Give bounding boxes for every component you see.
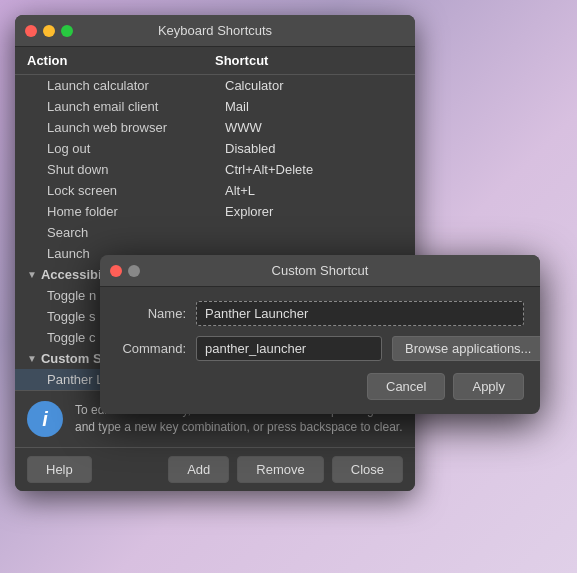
browse-applications-button[interactable]: Browse applications... [392,336,540,361]
main-window-title: Keyboard Shortcuts [158,23,272,38]
remove-button[interactable]: Remove [237,456,323,483]
triangle-icon: ▼ [27,353,37,364]
table-row[interactable]: Shut down Ctrl+Alt+Delete [15,159,415,180]
help-button[interactable]: Help [27,456,92,483]
table-row[interactable]: Search [15,222,415,243]
dialog-close-button[interactable] [110,265,122,277]
table-row[interactable]: Log out Disabled [15,138,415,159]
row-action: Search [27,225,225,240]
row-shortcut: Disabled [225,141,403,156]
row-shortcut: WWW [225,120,403,135]
shortcut-column-header: Shortcut [215,53,403,68]
dialog-window-controls [110,265,140,277]
command-input[interactable] [196,336,382,361]
dialog-buttons: Cancel Apply [116,373,524,400]
row-action: Lock screen [27,183,225,198]
row-action: Launch email client [27,99,225,114]
row-action: Log out [27,141,225,156]
dialog-body: Name: Command: Browse applications... Ca… [100,287,540,414]
dialog-title: Custom Shortcut [272,263,369,278]
row-shortcut [225,225,403,240]
table-row[interactable]: Launch web browser WWW [15,117,415,138]
table-header: Action Shortcut [15,47,415,75]
cancel-button[interactable]: Cancel [367,373,445,400]
custom-shortcut-dialog: Custom Shortcut Name: Command: Browse ap… [100,255,540,414]
close-button[interactable]: Close [332,456,403,483]
table-row[interactable]: Lock screen Alt+L [15,180,415,201]
command-label: Command: [116,341,186,356]
main-titlebar: Keyboard Shortcuts [15,15,415,47]
table-row[interactable]: Launch calculator Calculator [15,75,415,96]
row-action: Launch calculator [27,78,225,93]
row-shortcut: Explorer [225,204,403,219]
dialog-minimize-button [128,265,140,277]
row-shortcut: Calculator [225,78,403,93]
table-row[interactable]: Home folder Explorer [15,201,415,222]
triangle-icon: ▼ [27,269,37,280]
action-column-header: Action [27,53,215,68]
dialog-titlebar: Custom Shortcut [100,255,540,287]
main-window-controls [25,25,73,37]
right-buttons: Add Remove Close [168,456,403,483]
row-shortcut: Alt+L [225,183,403,198]
row-shortcut: Mail [225,99,403,114]
row-action: Launch web browser [27,120,225,135]
minimize-button[interactable] [43,25,55,37]
row-action: Shut down [27,162,225,177]
add-button[interactable]: Add [168,456,229,483]
name-label: Name: [116,306,186,321]
info-icon: i [27,401,63,437]
command-field-row: Command: Browse applications... [116,336,524,361]
apply-button[interactable]: Apply [453,373,524,400]
table-row[interactable]: Launch email client Mail [15,96,415,117]
row-action: Home folder [27,204,225,219]
left-buttons: Help [27,456,92,483]
main-window: Keyboard Shortcuts Action Shortcut Launc… [15,15,415,491]
name-field-row: Name: [116,301,524,326]
row-shortcut: Ctrl+Alt+Delete [225,162,403,177]
maximize-button[interactable] [61,25,73,37]
close-button[interactable] [25,25,37,37]
bottom-bar: Help Add Remove Close [15,447,415,491]
name-input[interactable] [196,301,524,326]
